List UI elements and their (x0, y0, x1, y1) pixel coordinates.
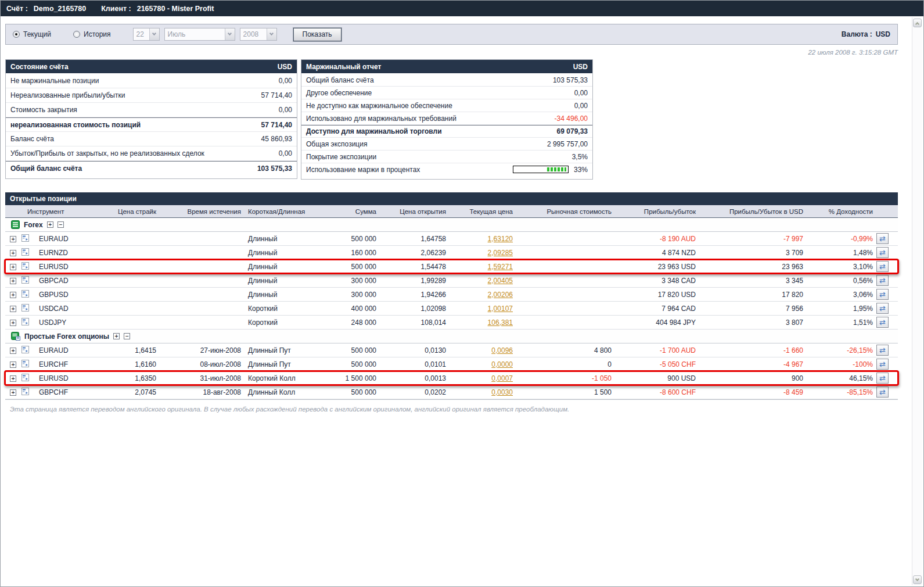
year-select[interactable]: 2008 (240, 28, 277, 41)
trade-button[interactable]: ⇄ (876, 386, 889, 398)
profit-loss-usd-value: -8 459 (699, 388, 807, 396)
trade-button[interactable]: ⇄ (876, 261, 889, 272)
summary-row: Общий баланс счёта103 575,33 (6, 161, 297, 176)
expand-cell: + (5, 277, 21, 285)
translation-disclaimer: Эта страница является переводом английск… (10, 406, 893, 413)
instrument-icon (21, 276, 39, 285)
day-select[interactable]: 22 (133, 28, 160, 41)
trade-button[interactable]: ⇄ (876, 373, 889, 384)
trade-arrows-icon: ⇄ (879, 318, 886, 326)
instrument-icon (21, 346, 39, 355)
expand-row-button[interactable]: + (10, 250, 16, 256)
position-row: +GBPCADДлинный300 0001,992892,004053 348… (5, 274, 898, 288)
profit-loss-usd-value: -1 660 (699, 346, 807, 355)
expand-group-button[interactable]: + (113, 333, 120, 339)
summary-row: Баланс счёта45 860,93 (6, 132, 297, 146)
expand-row-button[interactable]: + (10, 320, 16, 326)
profit-loss-value: 17 820 USD (615, 291, 699, 299)
currency-indicator: Валюта :USD (842, 30, 890, 38)
open-positions-title: Открытые позиции (5, 192, 898, 205)
instrument-icon (21, 388, 39, 397)
trade-button[interactable]: ⇄ (876, 289, 889, 300)
instrument-label: GBPCAD (39, 277, 113, 285)
current-price-link[interactable]: 1,00107 (488, 305, 513, 313)
expand-row-button[interactable]: + (10, 348, 16, 354)
current-price-link[interactable]: 1,63120 (488, 235, 513, 243)
radio-current[interactable]: Текущий (13, 30, 51, 38)
instrument-icon (21, 374, 39, 383)
expand-row-button[interactable]: + (10, 292, 16, 298)
trade-button[interactable]: ⇄ (876, 303, 889, 314)
expand-group-button[interactable]: + (47, 221, 53, 228)
scrollbar-down-button[interactable] (913, 575, 922, 584)
radio-current-label: Текущий (23, 30, 51, 38)
collapse-group-button[interactable]: − (57, 221, 64, 228)
trade-button[interactable]: ⇄ (876, 233, 889, 244)
trade-button[interactable]: ⇄ (876, 345, 889, 356)
radio-history[interactable]: История (73, 30, 111, 38)
expand-row-button[interactable]: + (10, 375, 16, 382)
summary-row: Не маржинальные позиции0,00 (6, 74, 297, 88)
position-row: +EURAUDДлинный500 0001,647581,63120-8 19… (5, 232, 898, 246)
trade-button[interactable]: ⇄ (876, 275, 889, 286)
current-price-link[interactable]: 0,0000 (491, 360, 513, 368)
expand-row-button[interactable]: + (10, 389, 16, 396)
direction-label: Короткий Колл (245, 374, 326, 382)
current-price-link[interactable]: 2,00405 (488, 277, 513, 285)
amount-value: 300 000 (326, 277, 380, 285)
yield-value: 46,15% (807, 374, 876, 382)
account-status-title: Состояние счёта (10, 63, 69, 71)
trade-button[interactable]: ⇄ (876, 247, 889, 258)
summary-value: 103 575,33 (257, 164, 292, 173)
collapse-group-button[interactable]: − (124, 333, 130, 339)
trade-button[interactable]: ⇄ (876, 359, 889, 370)
current-price-link[interactable]: 0,0007 (491, 374, 513, 382)
direction-label: Короткий (245, 305, 326, 313)
currency-value: USD (876, 30, 890, 38)
yield-value: 1,51% (807, 318, 876, 327)
vertical-scrollbar[interactable] (912, 17, 922, 585)
summary-row: Другое обеспечение0,00 (301, 87, 592, 99)
expand-row-button[interactable]: + (10, 361, 16, 368)
current-price-link[interactable]: 0,0096 (491, 346, 513, 355)
current-price-link[interactable]: 0,0030 (491, 388, 513, 396)
expand-row-button[interactable]: + (10, 236, 16, 242)
trade-button[interactable]: ⇄ (876, 317, 889, 328)
col-market-value: Рыночная стоимость (516, 208, 615, 215)
direction-label: Длинный (245, 249, 326, 257)
trade-cell: ⇄ (876, 345, 898, 356)
position-row: +EURUSDДлинный500 0001,544781,5927123 96… (5, 260, 898, 274)
current-price-cell: 1,59271 (450, 263, 516, 271)
current-price-link[interactable]: 2,09285 (488, 249, 513, 257)
trade-arrows-icon: ⇄ (879, 235, 886, 242)
margin-usage-meter (513, 166, 569, 173)
summary-label: Баланс счёта (10, 135, 54, 143)
current-price-cell: 2,00405 (450, 277, 516, 285)
yield-value: -85,15% (807, 388, 876, 396)
group-name: Простые Forex опционы (24, 332, 109, 341)
trade-arrows-icon: ⇄ (879, 263, 886, 270)
current-price-link[interactable]: 106,381 (488, 318, 513, 327)
current-price-link[interactable]: 2,00206 (488, 291, 513, 299)
current-price-link[interactable]: 1,59271 (488, 263, 513, 271)
open-positions-table: Открытые позиции Инструмент Цена страйк … (5, 192, 898, 400)
month-select[interactable]: Июль (164, 28, 235, 41)
position-row: +USDJPYКороткий248 000108,014106,381404 … (5, 316, 898, 330)
expand-row-button[interactable]: + (10, 278, 16, 284)
profit-loss-usd-value: 23 963 (699, 263, 807, 271)
amount-value: 500 000 (326, 388, 380, 396)
summary-value: 0,00 (279, 149, 292, 158)
show-button[interactable]: Показать (293, 28, 341, 41)
direction-label: Длинный Колл (245, 388, 326, 396)
summary-label: Стоимость закрытия (10, 106, 77, 114)
strike-price: 1,6415 (113, 346, 160, 355)
account-status-currency: USD (278, 63, 292, 71)
account-label: Счёт : (6, 5, 28, 13)
direction-label: Длинный Пут (245, 346, 326, 355)
direction-label: Длинный (245, 277, 326, 285)
expand-row-button[interactable]: + (10, 264, 16, 270)
scrollbar-up-button[interactable] (913, 19, 922, 27)
summary-row: нереализованная стоимость позиций57 714,… (6, 117, 297, 132)
expand-row-button[interactable]: + (10, 306, 16, 312)
trade-cell: ⇄ (876, 233, 898, 244)
